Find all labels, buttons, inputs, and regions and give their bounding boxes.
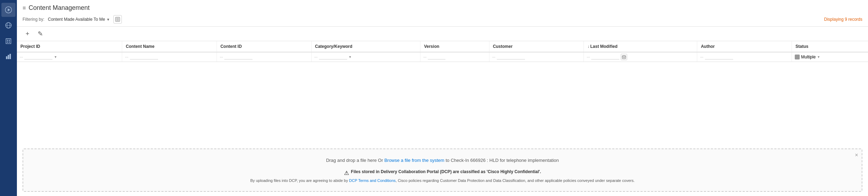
sort-icon: ↓ — [587, 44, 589, 49]
filter-icon-button[interactable] — [113, 15, 122, 24]
filter-select[interactable]: Content Made Available To Me ▼ — [46, 16, 111, 23]
th-last-modified: ↓Last Modified — [584, 41, 697, 52]
th-content-id: Content ID — [217, 41, 311, 52]
svg-rect-9 — [9, 42, 10, 43]
content-table: Project ID Content Name Content ID Categ… — [17, 41, 868, 62]
play-icon — [5, 6, 12, 14]
filter-dots-version[interactable]: ··· — [423, 55, 426, 59]
svg-rect-11 — [6, 56, 7, 59]
th-version: Version — [420, 41, 489, 52]
sidebar-item-building[interactable] — [1, 34, 15, 48]
calendar-icon[interactable] — [621, 54, 627, 60]
filter-input-content-name[interactable] — [130, 55, 158, 59]
svg-rect-7 — [9, 40, 10, 41]
main-content: ≡ Content Management Filtering by: Conte… — [17, 0, 868, 196]
svg-rect-8 — [7, 42, 8, 43]
globe-icon — [5, 21, 12, 29]
filter-version: ··· — [420, 52, 489, 62]
svg-rect-23 — [624, 57, 625, 58]
filter-last-modified: ··· — [584, 52, 697, 62]
filter-dots-content-name[interactable]: ··· — [125, 55, 128, 59]
sidebar-item-play[interactable] — [1, 3, 15, 17]
filter-dots-content-id[interactable]: ··· — [220, 55, 223, 59]
svg-rect-6 — [7, 40, 8, 41]
svg-rect-5 — [6, 39, 11, 44]
filter-input-last-modified[interactable] — [591, 55, 619, 59]
toolbar: + ✎ — [17, 27, 868, 41]
building-icon — [5, 37, 12, 45]
svg-rect-22 — [623, 57, 624, 58]
status-filter-label: Multiple — [801, 55, 816, 59]
filter-row: Filtering by: Content Made Available To … — [23, 15, 862, 26]
filter-status: Multiple ▼ — [792, 52, 868, 62]
filter-customer: ··· — [489, 52, 584, 62]
page-title-row: ≡ Content Management — [23, 4, 862, 12]
th-category-keyword: Category/Keyword — [311, 41, 420, 52]
status-filter-icon — [795, 55, 800, 59]
display-count: Displaying 9 records — [824, 17, 862, 22]
sidebar — [0, 0, 17, 196]
by-uploading-row: By uploading files into DCP, you are agr… — [29, 178, 856, 183]
filter-input-version[interactable] — [428, 55, 445, 59]
status-filter[interactable]: Multiple ▼ — [795, 55, 865, 59]
sidebar-item-globe[interactable] — [1, 18, 15, 32]
hamburger-icon: ≡ — [23, 5, 26, 11]
filter-content-name: ··· — [122, 52, 217, 62]
svg-rect-12 — [8, 55, 9, 59]
table-filter-row: ··· ▼ ··· ··· — [17, 52, 868, 62]
filter-value: Content Made Available To Me — [48, 17, 105, 22]
filter-dots-last-modified[interactable]: ··· — [587, 55, 590, 59]
header: ≡ Content Management Filtering by: Conte… — [17, 0, 868, 27]
svg-marker-1 — [8, 8, 10, 11]
by-uploading-after: , Cisco policies regarding Customer Data… — [396, 178, 635, 183]
filter-input-customer[interactable] — [497, 55, 525, 59]
filter-label: Filtering by: — [23, 17, 44, 22]
warning-icon: ⚠ — [344, 170, 349, 176]
warning-row: ⚠ Files stored in Delivery Collaboration… — [29, 169, 856, 176]
warning-bold-text: Files stored in Delivery Collaboration P… — [351, 169, 541, 174]
table-header-row: Project ID Content Name Content ID Categ… — [17, 41, 868, 52]
filter-input-author[interactable] — [705, 55, 733, 59]
th-author: Author — [697, 41, 792, 52]
dcp-terms-link[interactable]: DCP Terms and Conditions — [349, 178, 395, 183]
th-content-name: Content Name — [122, 41, 217, 52]
svg-rect-13 — [10, 54, 11, 59]
filter-arrow-category[interactable]: ▼ — [349, 55, 352, 59]
filter-input-category[interactable] — [319, 55, 347, 59]
th-status: Status — [792, 41, 868, 52]
by-uploading-before: By uploading files into DCP, you are agr… — [250, 178, 349, 183]
filter-category: ··· ▼ — [311, 52, 420, 62]
filter-dots-customer[interactable]: ··· — [492, 55, 495, 59]
warning-text: Files stored in Delivery Collaboration P… — [351, 169, 541, 174]
filter-project-id: ··· ▼ — [17, 52, 122, 62]
filter-input-content-id[interactable] — [224, 55, 252, 59]
filter-content-id: ··· — [217, 52, 311, 62]
filter-dots-category[interactable]: ··· — [314, 55, 318, 59]
filter-author: ··· — [697, 52, 792, 62]
filter-left: Filtering by: Content Made Available To … — [23, 15, 122, 24]
drop-zone-text: Drag and drop a file here Or Browse a fi… — [29, 158, 856, 163]
filter-dots-author[interactable]: ··· — [700, 55, 703, 59]
status-filter-arrow[interactable]: ▼ — [817, 55, 820, 59]
chart-icon — [5, 52, 12, 60]
th-project-id: Project ID — [17, 41, 122, 52]
drop-zone[interactable]: × Drag and drop a file here Or Browse a … — [23, 148, 862, 192]
sidebar-item-chart[interactable] — [1, 49, 15, 63]
edit-button[interactable]: ✎ — [35, 29, 45, 39]
filter-dropdown-arrow: ▼ — [106, 18, 110, 21]
close-button[interactable]: × — [855, 152, 858, 158]
add-button[interactable]: + — [23, 29, 32, 39]
drop-text-after: to Check-In 666926 : HLD for telephone i… — [444, 158, 559, 163]
page-title: Content Management — [29, 4, 89, 12]
drop-text-before: Drag and drop a file here Or — [326, 158, 384, 163]
table-container: Project ID Content Name Content ID Categ… — [17, 41, 868, 144]
browse-link[interactable]: Browse a file from the system — [384, 158, 444, 163]
svg-rect-18 — [622, 56, 626, 59]
th-customer: Customer — [489, 41, 584, 52]
filter-arrow-project[interactable]: ▼ — [54, 55, 57, 59]
filter-input-project[interactable] — [24, 55, 52, 59]
filter-dots-project[interactable]: ··· — [20, 55, 23, 59]
